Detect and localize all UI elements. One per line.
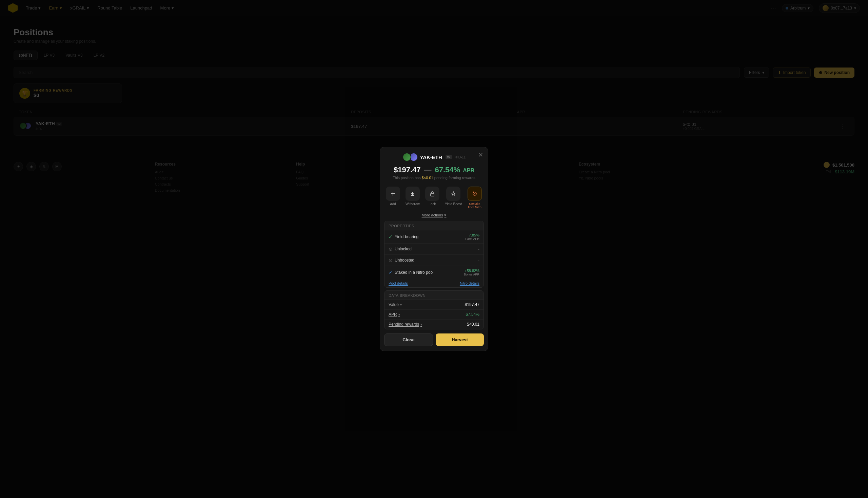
value-breakdown-label[interactable]: Value ▾ bbox=[389, 302, 402, 307]
pending-breakdown-value: $<0.01 bbox=[467, 322, 479, 327]
modal-version: v2 bbox=[445, 155, 452, 159]
position-modal: YAK-ETH v2 #ID-11 ✕ $197.47 — 67.54% APR… bbox=[380, 147, 488, 351]
unstake-icon bbox=[468, 187, 482, 201]
modal-title-row: YAK-ETH v2 #ID-11 bbox=[402, 153, 466, 161]
modal-value-row: $197.47 — 67.54% APR bbox=[380, 164, 488, 175]
more-actions-row: More actions ▾ bbox=[380, 211, 488, 221]
modal-actions: Add Withdraw Lock Yield Boost bbox=[380, 183, 488, 211]
unstake-label: Unstake from Nitro bbox=[467, 202, 482, 209]
nitro-value: +58.82% Bonus APR bbox=[464, 269, 479, 276]
check-circle-icon: ✓ bbox=[389, 234, 393, 239]
modal-token-icons bbox=[402, 153, 418, 161]
properties-title: Properties bbox=[385, 221, 483, 230]
withdraw-label: Withdraw bbox=[405, 202, 420, 206]
action-withdraw-button[interactable]: Withdraw bbox=[405, 187, 420, 209]
breakdown-section: Data breakdown Value ▾ $197.47 APR ▾ 67.… bbox=[384, 290, 484, 329]
value-breakdown-row: Value ▾ $197.47 bbox=[385, 300, 483, 310]
modal-id: #ID-11 bbox=[455, 155, 466, 159]
apr-breakdown-label[interactable]: APR ▾ bbox=[389, 312, 400, 317]
lock-label: Lock bbox=[429, 202, 436, 206]
pending-breakdown-row: Pending rewards ▾ $<0.01 bbox=[385, 319, 483, 329]
unlock-icon: ⊙ bbox=[389, 246, 393, 252]
modal-overlay[interactable]: YAK-ETH v2 #ID-11 ✕ $197.47 — 67.54% APR… bbox=[0, 0, 868, 498]
harvest-button[interactable]: Harvest bbox=[436, 333, 484, 346]
modal-title: YAK-ETH bbox=[420, 154, 442, 160]
modal-close-icon[interactable]: ✕ bbox=[478, 152, 483, 158]
apr-breakdown-value: 67.54% bbox=[466, 312, 479, 317]
value-breakdown-value: $197.47 bbox=[465, 302, 479, 307]
apr-breakdown-row: APR ▾ 67.54% bbox=[385, 310, 483, 319]
unboosted-value: - bbox=[478, 258, 479, 262]
withdraw-icon bbox=[405, 187, 420, 201]
yield-bearing-row: ✓ Yield-bearing 7.85% Farm APR bbox=[385, 230, 483, 244]
unlocked-value: - bbox=[478, 247, 479, 251]
lock-icon bbox=[425, 187, 439, 201]
modal-pending-text: This position has $<0.01 pending farming… bbox=[380, 175, 488, 183]
action-unstake-button[interactable]: Unstake from Nitro bbox=[467, 187, 482, 209]
close-button[interactable]: Close bbox=[384, 333, 433, 346]
unlocked-row: ⊙ Unlocked - bbox=[385, 244, 483, 255]
nitro-links: Pool details Nitro details bbox=[385, 279, 483, 287]
action-lock-button[interactable]: Lock bbox=[425, 187, 439, 209]
properties-section: Properties ✓ Yield-bearing 7.85% Farm AP… bbox=[384, 221, 484, 288]
nitro-check-icon: ✓ bbox=[389, 270, 393, 275]
pool-details-link[interactable]: Pool details bbox=[389, 281, 408, 285]
breakdown-title: Data breakdown bbox=[385, 291, 483, 300]
action-add-button[interactable]: Add bbox=[386, 187, 400, 209]
yield-boost-label: Yield Boost bbox=[445, 202, 462, 206]
modal-footer: Close Harvest bbox=[380, 333, 488, 351]
modal-header: YAK-ETH v2 #ID-11 ✕ bbox=[380, 147, 488, 164]
action-yield-boost-button[interactable]: Yield Boost bbox=[445, 187, 462, 209]
modal-yak-icon bbox=[402, 153, 411, 161]
add-label: Add bbox=[390, 202, 396, 206]
yield-bearing-value: 7.85% Farm APR bbox=[465, 233, 479, 240]
modal-main-value: $197.47 — 67.54% APR bbox=[386, 166, 482, 174]
more-actions-button[interactable]: More actions ▾ bbox=[422, 213, 446, 218]
nitro-pool-row: ✓ Staked in a Nitro pool +58.82% Bonus A… bbox=[385, 266, 483, 279]
add-icon bbox=[386, 187, 400, 201]
yield-boost-icon bbox=[446, 187, 460, 201]
unboosted-row: ⊙ Unboosted - bbox=[385, 255, 483, 266]
svg-rect-0 bbox=[431, 193, 434, 196]
pending-breakdown-label[interactable]: Pending rewards ▾ bbox=[389, 322, 422, 327]
unboosted-icon: ⊙ bbox=[389, 258, 393, 263]
nitro-details-link[interactable]: Nitro details bbox=[460, 281, 479, 285]
